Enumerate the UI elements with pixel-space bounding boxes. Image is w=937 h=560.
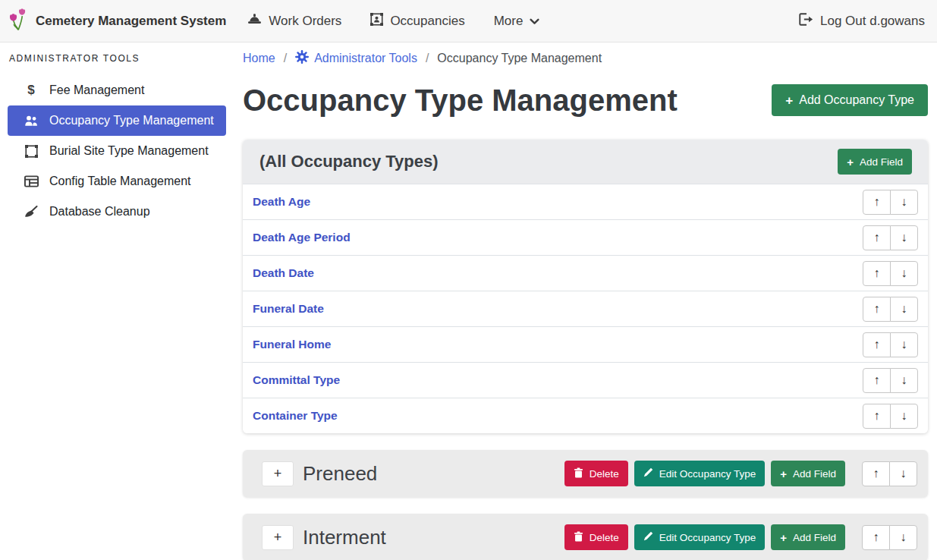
title-row: Occupancy Type Management + Add Occupanc… [243,80,928,120]
move-up-button[interactable]: ↑ [863,404,891,429]
sidebar-item-fee-management[interactable]: $ Fee Management [8,75,226,105]
hard-hat-icon [247,13,262,29]
move-down-button[interactable]: ↓ [889,525,917,550]
logout-button[interactable]: Log Out d.gowans [799,13,925,30]
field-link[interactable]: Committal Type [253,373,340,387]
section-actions: Delete Edit Occupancy Type + Add Field ↑… [564,524,917,550]
nav-menu: Work Orders Occupancies More [247,13,539,30]
breadcrumb: Home / Administrator Tools / Occupancy T [243,50,928,67]
sidebar-item-occupancy-type-management[interactable]: Occupancy Type Management [8,105,226,136]
sidebar-item-label: Occupancy Type Management [49,114,214,127]
field-row: Container Type ↑ ↓ [243,398,928,433]
field-row: Death Date ↑ ↓ [243,255,928,291]
plus-icon: + [785,94,793,107]
nav-item-more[interactable]: More [494,14,540,29]
sidebar-heading: ADMINISTRATOR TOOLS [9,53,235,64]
add-field-button[interactable]: + Add Field [838,149,912,175]
brand[interactable]: Cemetery Management System [9,8,226,34]
all-occupancy-types-panel: (All Occupancy Types) + Add Field Death … [243,140,928,433]
frame-user-icon [370,13,383,30]
nav-item-occupancies[interactable]: Occupancies [370,13,464,30]
move-up-button[interactable]: ↑ [863,297,891,322]
move-up-button[interactable]: ↑ [863,261,891,286]
nav-item-label: More [494,14,524,29]
move-up-button[interactable]: ↑ [862,461,890,486]
expand-button[interactable]: + [262,461,294,486]
trash-icon [574,531,583,544]
move-down-button[interactable]: ↓ [890,297,918,322]
breadcrumb-admin-tools-link[interactable]: Administrator Tools [314,52,417,65]
plus-icon: + [847,156,854,168]
field-link[interactable]: Funeral Date [253,302,324,316]
sidebar-item-label: Database Cleanup [49,205,150,219]
move-up-button[interactable]: ↑ [862,525,890,550]
move-down-button[interactable]: ↓ [890,404,918,429]
sidebar-item-label: Config Table Management [49,175,191,188]
move-down-button[interactable]: ↓ [890,368,918,393]
sidebar-item-burial-site-type-management[interactable]: Burial Site Type Management [8,136,226,166]
move-down-button[interactable]: ↓ [890,261,918,286]
field-link[interactable]: Death Age [253,195,310,209]
users-icon [23,115,39,127]
reorder-controls: ↑ ↓ [862,461,917,486]
reorder-controls: ↑ ↓ [863,332,918,357]
move-up-button[interactable]: ↑ [863,332,891,357]
field-link[interactable]: Funeral Home [253,338,331,351]
plus-icon: + [780,532,787,543]
pencil-icon [643,467,653,480]
delete-button[interactable]: Delete [564,461,628,486]
page-title: Occupancy Type Management [243,80,678,120]
add-field-button[interactable]: + Add Field [771,524,845,550]
field-link[interactable]: Death Age Period [253,231,351,244]
move-down-button[interactable]: ↓ [890,332,918,357]
section-title: Preneed [303,462,377,486]
sidebar-item-database-cleanup[interactable]: Database Cleanup [8,197,226,227]
plus-icon: + [780,468,787,480]
brand-title: Cemetery Management System [36,14,226,29]
field-row: Death Age Period ↑ ↓ [243,219,928,255]
dollar-icon: $ [23,83,39,98]
move-up-button[interactable]: ↑ [863,368,891,393]
add-occupancy-type-button[interactable]: + Add Occupancy Type [772,84,928,116]
delete-button[interactable]: Delete [564,524,628,550]
reorder-controls: ↑ ↓ [863,190,918,215]
section-title: Interment [303,526,386,549]
move-down-button[interactable]: ↓ [890,225,918,250]
sidebar-item-config-table-management[interactable]: Config Table Management [8,166,226,197]
reorder-controls: ↑ ↓ [862,525,917,550]
section-interment: + Interment Delete Edi [243,514,928,560]
chevron-down-icon [530,14,539,29]
breadcrumb-separator: / [426,52,429,65]
sign-out-icon [799,13,813,30]
expand-button[interactable]: + [262,525,294,550]
nav-item-work-orders[interactable]: Work Orders [247,13,341,29]
move-down-button[interactable]: ↓ [889,461,917,486]
move-up-button[interactable]: ↑ [863,190,891,215]
frame-icon [23,145,39,158]
section-preneed: + Preneed Delete Edit [243,450,928,497]
edit-occupancy-type-button[interactable]: Edit Occupancy Type [634,524,765,550]
table-icon [23,175,39,187]
move-down-button[interactable]: ↓ [890,190,918,215]
panel-title: (All Occupancy Types) [259,152,439,171]
edit-occupancy-type-button[interactable]: Edit Occupancy Type [634,461,765,486]
panel-header: (All Occupancy Types) + Add Field [243,140,928,184]
section-actions: Delete Edit Occupancy Type + Add Field ↑… [564,461,917,486]
add-field-button[interactable]: + Add Field [771,461,845,486]
field-row: Committal Type ↑ ↓ [243,362,928,398]
reorder-controls: ↑ ↓ [863,261,918,286]
reorder-controls: ↑ ↓ [863,368,918,393]
nav-item-label: Occupancies [390,14,464,29]
field-link[interactable]: Container Type [253,409,338,423]
breadcrumb-home-link[interactable]: Home [243,52,275,65]
reorder-controls: ↑ ↓ [863,404,918,429]
move-up-button[interactable]: ↑ [863,225,891,250]
tulip-logo-icon [9,8,28,34]
field-row: Funeral Date ↑ ↓ [243,291,928,326]
nav-item-label: Work Orders [269,14,341,29]
breadcrumb-current: Occupancy Type Management [437,52,602,65]
broom-icon [23,206,39,218]
reorder-controls: ↑ ↓ [863,297,918,322]
trash-icon [574,467,583,480]
field-link[interactable]: Death Date [253,266,314,280]
